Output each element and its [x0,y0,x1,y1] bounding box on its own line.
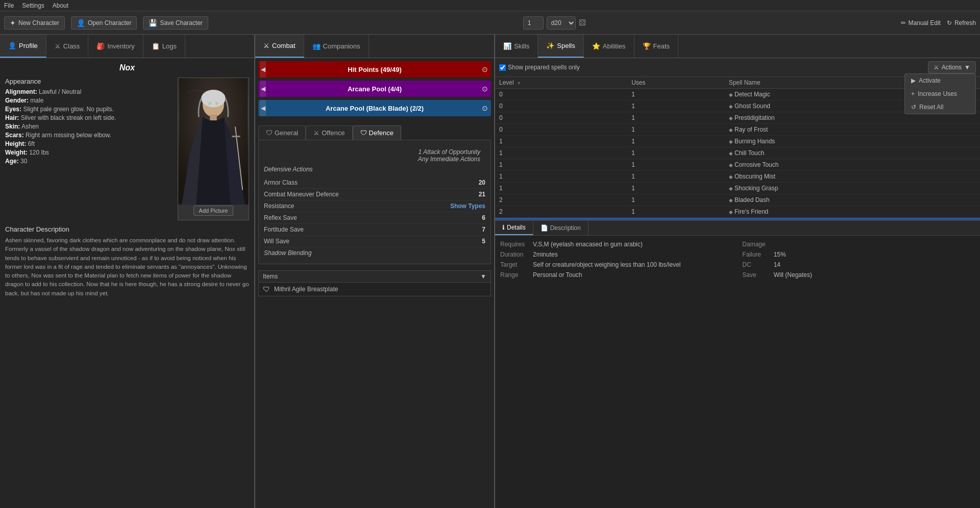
save-label: Save [742,271,765,278]
items-header: Items ▼ [258,270,491,283]
spell-icon: ◆ [729,162,733,168]
level-header[interactable]: Level ▼ [495,77,627,89]
svg-point-6 [215,102,218,105]
spell-uses-cell: 1 [627,100,725,112]
details-grid: Requires V,S,M (eyelash enacased in gum … [495,236,980,284]
arcane-reset-button[interactable]: ⊙ [482,85,488,93]
menu-about[interactable]: About [53,2,68,9]
menu-bar: File Settings About [0,0,980,11]
tab-skills[interactable]: 📊 Skills [495,35,538,58]
spell-uses-cell: 1 [627,206,725,218]
logs-tab-icon: 📋 [152,42,160,50]
spell-uses-cell: 1 [627,171,725,183]
spell-icon: ◆ [729,197,733,203]
dice-roll-icon[interactable]: ⚄ [579,18,586,28]
table-row[interactable]: 1 1 ◆ Obscuring Mist [495,171,980,183]
char-desc-title: Character Description [5,225,249,233]
combat-offence-tab[interactable]: ⚔ Offence [306,125,352,140]
table-row[interactable]: 1 1 ◆ Chill Touch [495,147,980,159]
table-row[interactable]: 0 1 ◆ Ray of Frost [495,124,980,136]
tab-class[interactable]: ⚔ Class [46,35,89,58]
menu-file[interactable]: File [4,2,14,9]
spell-level-cell: 0 [495,124,627,136]
skills-tab-icon: 📊 [503,42,511,50]
feats-tab-icon: 🏆 [643,42,651,50]
weight-row: Weight: 120 lbs [5,149,173,156]
inventory-tab-icon: 🎒 [96,42,105,50]
manual-edit-button[interactable]: ✏ Manual Edit [901,19,941,27]
spell-uses-cell: 1 [627,112,725,124]
tab-combat[interactable]: ⚔ Combat [255,35,304,58]
activate-menu-item[interactable]: ▶ Activate [905,74,975,87]
items-label: Items [263,273,278,280]
uses-header[interactable]: Uses [627,77,725,89]
arcane-bar-text: Arcane Pool (4/4) [348,85,402,93]
add-picture-button[interactable]: Add Picture [193,206,234,216]
hp-reset-button[interactable]: ⊙ [482,65,488,73]
spell-name-cell: ◆ Corrosive Touch [725,159,980,171]
hp-bar-hitpoints[interactable]: Hit Points (49/49) ⊙ ◀ [258,61,491,78]
table-row[interactable]: 1 1 ◆ Burning Hands [495,136,980,147]
spell-icon: ◆ [729,174,733,180]
arcane-blade-expand-button[interactable]: ◀ [260,100,266,116]
tab-description[interactable]: 📄 Description [533,221,589,235]
appearance-box: Appearance Alignment: Lawful / Neutral G… [5,78,173,220]
tab-inventory[interactable]: 🎒 Inventory [88,35,143,58]
combat-general-tab[interactable]: 🛡 General [258,125,306,140]
combat-defence-tab[interactable]: 🛡 Defence [353,125,401,140]
will-label: Will Save [264,238,289,245]
right-panel-tabs: 📊 Skills ✨ Spells ⭐ Abilities 🏆 Feats [495,35,980,58]
table-row[interactable]: 1 1 ◆ Corrosive Touch [495,159,980,171]
items-dropdown-icon[interactable]: ▼ [480,273,486,280]
tab-companions[interactable]: 👥 Companions [304,35,369,58]
combat-tab-icon: ⚔ [263,42,270,49]
hp-bar-arcane[interactable]: Arcane Pool (4/4) ⊙ ◀ [258,81,491,97]
resistance-label: Resistance [264,202,294,210]
tab-profile[interactable]: 👤 Profile [0,35,46,58]
table-row[interactable]: 1 1 ◆ Shocking Grasp [495,183,980,194]
spell-level-cell: 1 [495,171,627,183]
spell-icon: ◆ [729,209,733,215]
scars-row: Scars: Right arm missing below elbow. [5,132,173,139]
prepared-checkbox-input[interactable] [499,64,506,71]
menu-settings[interactable]: Settings [22,2,44,9]
arcane-expand-button[interactable]: ◀ [260,81,266,97]
refresh-button[interactable]: ↻ Refresh [947,19,976,27]
spell-name-cell: ◆ Obscuring Mist [725,171,980,183]
left-panel: 👤 Profile ⚔ Class 🎒 Inventory 📋 Logs Nox… [0,35,255,508]
spell-icon: ◆ [729,92,733,97]
save-character-button[interactable]: 💾 Save Character [143,16,208,30]
tab-feats[interactable]: 🏆 Feats [634,35,679,58]
resistance-value[interactable]: Show Types [450,202,485,210]
age-row: Age: 30 [5,158,173,165]
tab-spells[interactable]: ✨ Spells [538,35,583,58]
dice-count-input[interactable] [523,16,544,30]
table-row[interactable]: 2 1 ◆ Fire's Friend [495,206,980,218]
abilities-tab-icon: ⭐ [592,42,600,50]
arcane-blade-reset-button[interactable]: ⊙ [482,104,488,112]
tab-abilities[interactable]: ⭐ Abilities [584,35,634,58]
open-character-button[interactable]: 👤 Open Character [71,16,137,30]
svg-point-2 [201,90,226,107]
tab-details[interactable]: ℹ Details [495,221,533,235]
spell-level-cell: 1 [495,136,627,147]
spell-level-cell: 2 [495,206,627,218]
dice-type-select[interactable]: d4 d6 d8 d10 d12 d20 d100 [547,16,576,30]
gender-row: Gender: male [5,97,173,104]
hp-expand-button[interactable]: ◀ [260,61,266,78]
fortitude-row: Fortitude Save 7 [264,224,485,236]
tab-logs[interactable]: 📋 Logs [143,35,185,58]
profile-tab-icon: 👤 [8,42,16,49]
details-section: ℹ Details 📄 Description Requires V,S,M (… [495,220,980,508]
new-character-button[interactable]: ✦ New Character [4,16,65,30]
actions-button[interactable]: ⚔ Actions ▼ [928,61,976,73]
table-row[interactable]: 2 1 ◆ Bladed Dash [495,194,980,206]
reset-all-menu-item[interactable]: ↺ Reset All [905,100,975,114]
hp-bar-arcane-blade[interactable]: Arcane Pool (Black Blade) (2/2) ⊙ ◀ [258,100,491,116]
fortitude-label: Fortitude Save [264,226,304,233]
details-tab-icon: ℹ [502,224,505,231]
spell-level-cell: 0 [495,112,627,124]
spell-uses-cell: 1 [627,89,725,100]
alignment-row: Alignment: Lawful / Neutral [5,88,173,95]
increase-uses-menu-item[interactable]: + Increase Uses [905,87,975,100]
